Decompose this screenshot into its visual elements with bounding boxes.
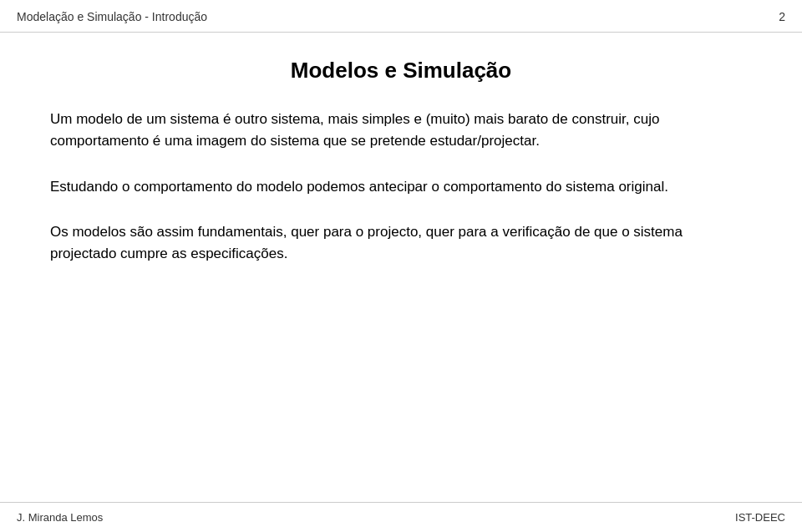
header-page-number: 2 [779, 10, 785, 23]
paragraph-3: Os modelos são assim fundamentais, quer … [50, 221, 752, 266]
page-container: Modelação e Simulação - Introdução 2 Mod… [0, 0, 802, 532]
footer-institution: IST-DEEC [735, 511, 785, 524]
header: Modelação e Simulação - Introdução 2 [0, 0, 802, 33]
paragraph-2: Estudando o comportamento do modelo pode… [50, 176, 752, 198]
footer-author: J. Miranda Lemos [17, 511, 103, 524]
slide-title: Modelos e Simulação [50, 58, 752, 84]
slide-content: Modelos e Simulação Um modelo de um sist… [0, 33, 802, 306]
paragraph-1: Um modelo de um sistema é outro sistema,… [50, 109, 752, 153]
header-title: Modelação e Simulação - Introdução [17, 10, 207, 23]
footer: J. Miranda Lemos IST-DEEC [0, 502, 802, 532]
